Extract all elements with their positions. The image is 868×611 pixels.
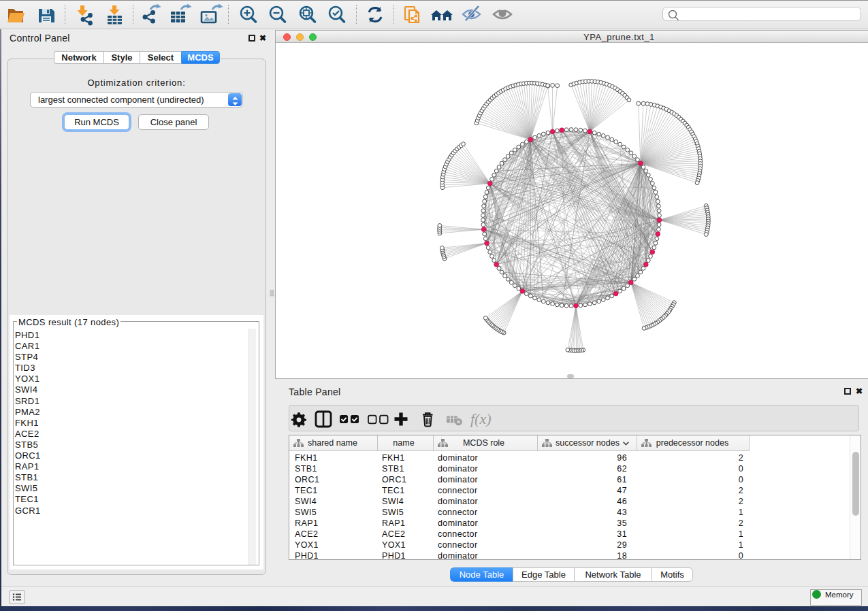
svg-text:f(x): f(x) bbox=[470, 410, 492, 427]
